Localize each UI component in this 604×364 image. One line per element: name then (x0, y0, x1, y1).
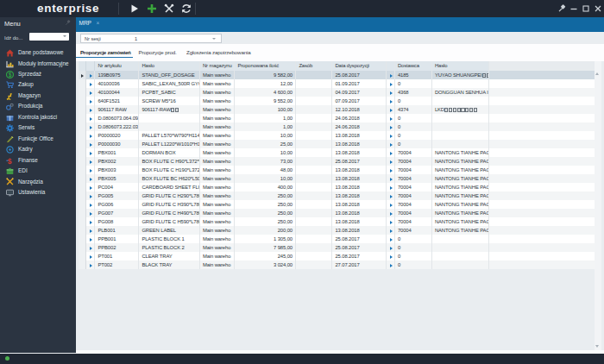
svg-text:$: $ (9, 72, 12, 78)
svg-text:$: $ (8, 157, 12, 165)
